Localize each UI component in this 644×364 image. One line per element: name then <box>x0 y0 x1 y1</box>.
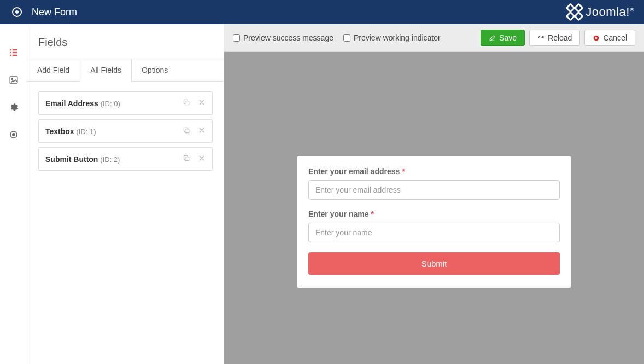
checkbox-label: Preview working indicator <box>354 33 441 42</box>
target-icon <box>9 130 19 140</box>
svg-rect-11 <box>185 129 189 133</box>
toolbar: Preview success message Preview working … <box>224 24 644 52</box>
preview-area: Enter your email address * Enter your na… <box>224 52 644 364</box>
edit-icon <box>489 34 496 42</box>
svg-rect-4 <box>10 55 11 56</box>
svg-rect-10 <box>185 101 189 105</box>
vertical-nav <box>0 24 27 364</box>
target-icon <box>12 7 22 17</box>
email-input[interactable] <box>308 180 560 200</box>
nav-settings[interactable] <box>8 102 19 113</box>
image-icon <box>9 75 19 85</box>
field-item-label: Email Address (ID: 0) <box>45 99 120 108</box>
brand-text: Joomla!® <box>586 5 634 19</box>
svg-rect-5 <box>12 55 17 56</box>
delete-icon[interactable] <box>198 126 206 136</box>
field-item-label: Textbox (ID: 1) <box>45 127 96 136</box>
field-item-label: Submit Button (ID: 2) <box>45 155 120 164</box>
sidebar-tabs: Add Field All Fields Options <box>27 59 224 82</box>
svg-rect-3 <box>12 52 17 53</box>
field-actions <box>183 154 206 164</box>
tab-all-fields[interactable]: All Fields <box>80 59 132 82</box>
svg-point-7 <box>11 78 13 79</box>
form-group-email: Enter your email address * <box>308 167 560 200</box>
checkbox-input[interactable] <box>343 34 350 42</box>
field-list: Email Address (ID: 0) Textbox (ID: 1) Su… <box>27 82 224 181</box>
field-actions <box>183 126 206 136</box>
svg-rect-2 <box>10 52 11 53</box>
gear-icon <box>9 102 19 112</box>
toolbar-left: Preview success message Preview working … <box>233 33 441 42</box>
reload-icon <box>537 34 545 42</box>
submit-button[interactable]: Submit <box>308 252 560 275</box>
form-group-name: Enter your name * <box>308 210 560 242</box>
joomla-logo: Joomla!® <box>567 4 634 20</box>
duplicate-icon[interactable] <box>183 99 190 108</box>
cancel-button[interactable]: Cancel <box>584 30 635 46</box>
nav-fields[interactable] <box>8 47 19 58</box>
svg-rect-12 <box>185 157 189 161</box>
field-actions <box>183 99 206 108</box>
joomla-mark-icon <box>567 4 582 20</box>
checkbox-input[interactable] <box>233 34 240 42</box>
svg-rect-1 <box>12 49 17 50</box>
cancel-icon <box>593 34 600 42</box>
svg-rect-0 <box>10 49 11 50</box>
nav-target[interactable] <box>8 129 19 140</box>
field-item[interactable]: Textbox (ID: 1) <box>38 119 213 143</box>
field-item[interactable]: Submit Button (ID: 2) <box>38 147 213 171</box>
sidebar: Fields Add Field All Fields Options Emai… <box>27 24 224 364</box>
canvas: Preview success message Preview working … <box>224 24 644 364</box>
save-button[interactable]: Save <box>481 30 525 46</box>
form-preview: Enter your email address * Enter your na… <box>297 156 571 288</box>
header-left: New Form <box>12 7 77 18</box>
name-input[interactable] <box>308 223 560 242</box>
app-header: New Form Joomla!® <box>0 0 644 24</box>
reload-button[interactable]: Reload <box>529 30 580 46</box>
tab-add-field[interactable]: Add Field <box>27 59 80 81</box>
button-label: Save <box>499 33 517 42</box>
duplicate-icon[interactable] <box>183 126 190 136</box>
duplicate-icon[interactable] <box>183 154 190 164</box>
nav-media[interactable] <box>8 74 19 85</box>
preview-success-checkbox[interactable]: Preview success message <box>233 33 333 42</box>
sidebar-title: Fields <box>27 24 224 59</box>
button-label: Cancel <box>603 33 627 42</box>
list-icon <box>9 48 19 57</box>
button-label: Reload <box>548 33 572 42</box>
field-item[interactable]: Email Address (ID: 0) <box>38 91 213 115</box>
tab-options[interactable]: Options <box>132 59 178 81</box>
preview-working-checkbox[interactable]: Preview working indicator <box>343 33 441 42</box>
name-label: Enter your name * <box>308 210 560 218</box>
delete-icon[interactable] <box>198 99 206 108</box>
page-title: New Form <box>32 7 77 18</box>
delete-icon[interactable] <box>198 154 206 164</box>
svg-point-9 <box>12 134 15 136</box>
main: Fields Add Field All Fields Options Emai… <box>0 24 644 364</box>
toolbar-right: Save Reload Cancel <box>481 30 635 46</box>
checkbox-label: Preview success message <box>243 33 333 42</box>
email-label: Enter your email address * <box>308 167 560 176</box>
